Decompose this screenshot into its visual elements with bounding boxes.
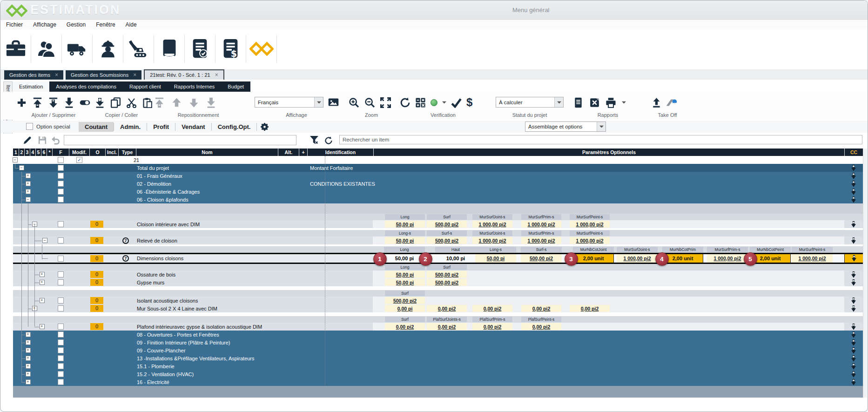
row-Cloison intérieure avec DIM[interactable]: −0Cloison intérieure avec DIM50,00 pi500… — [13, 220, 863, 229]
row-checkbox[interactable] — [58, 196, 64, 203]
param-value[interactable]: 1 000,00 pi2 — [472, 221, 512, 228]
row-checkbox[interactable] — [58, 324, 64, 330]
row-labels[interactable]: Surf — [13, 290, 863, 297]
close-tab-icon[interactable]: × — [55, 72, 58, 78]
row-08 - Ouvertures - Portes et Fenêtres[interactable]: +08 - Ouvertures - Portes et Fenêtres — [13, 331, 863, 339]
row-Gypse murs[interactable]: +0Gypse murs50,00 pi500,00 pi2 — [13, 278, 863, 287]
column-header-5[interactable]: 5 — [35, 149, 41, 156]
column-header-2[interactable]: 2 — [19, 149, 24, 156]
paste-insert-icon[interactable] — [94, 97, 105, 108]
row-checkbox[interactable] — [58, 181, 64, 187]
column-header-Type[interactable]: Type — [118, 149, 136, 156]
cc-add-button[interactable] — [844, 331, 863, 338]
column-header-3[interactable]: 3 — [24, 149, 30, 156]
row-01 - Frais Généraux[interactable]: +01 - Frais Généraux — [13, 172, 863, 180]
tab-estimation[interactable]: Estimation — [13, 81, 49, 92]
dropdown-button[interactable] — [597, 122, 606, 131]
tree-expander[interactable]: − — [13, 157, 18, 162]
menu-gestion[interactable]: Gestion — [67, 21, 86, 28]
tree-expander[interactable]: + — [26, 348, 31, 353]
param-value[interactable]: 50,00 pi — [385, 271, 425, 278]
column-header-6[interactable]: 6 — [41, 149, 47, 156]
row-checkbox[interactable] — [58, 279, 64, 285]
zoom-in-icon[interactable] — [349, 97, 359, 108]
cc-add-button[interactable] — [844, 354, 863, 362]
tree-expander[interactable]: + — [40, 272, 45, 277]
row-checkbox[interactable] — [58, 331, 64, 338]
row-checkbox[interactable] — [58, 271, 64, 277]
param-value[interactable]: 1 000,00 pi2 — [521, 221, 561, 228]
cc-add-button[interactable] — [844, 236, 863, 244]
cc-add-button[interactable] — [844, 254, 863, 263]
row-Relevé de cloison[interactable]: −07Relevé de cloison50,00 pi500,00 pi21 … — [13, 236, 863, 245]
row-06 -Ébénisterie & Cadrages[interactable]: +06 -Ébénisterie & Cadrages — [13, 188, 863, 196]
chevron-down-icon[interactable] — [442, 101, 446, 104]
row-checkbox[interactable] — [58, 256, 64, 262]
row-Isolant acoustique cloisons[interactable]: +0Isolant acoustique cloisons500,00 pi2 — [13, 297, 863, 305]
menu-affichage[interactable]: Affichage — [33, 21, 56, 28]
menu-fichier[interactable]: Fichier — [6, 21, 23, 28]
row-Dimensions cloisons[interactable]: 07Dimensions cloisons50,00 pi10,00 pi50,… — [13, 253, 863, 264]
recalculate-icon[interactable] — [400, 97, 410, 108]
project-status-select[interactable]: À calculer — [496, 97, 564, 108]
tab-coutant[interactable]: Coutant — [79, 122, 114, 132]
status-dot-icon[interactable] — [431, 99, 437, 106]
paste-icon[interactable] — [142, 97, 153, 108]
param-value[interactable]: 1 000,00 pi2 — [707, 254, 748, 263]
param-value[interactable]: 500,00 pi2 — [427, 237, 467, 244]
tab-profit[interactable]: Profit — [147, 122, 175, 132]
tree-expander[interactable]: + — [26, 181, 31, 186]
tab-rapport-client[interactable]: Rapport client — [123, 81, 168, 92]
row-checkbox[interactable] — [58, 355, 64, 361]
close-tab-icon[interactable]: × — [133, 72, 136, 78]
image-icon[interactable] — [328, 97, 339, 108]
param-value[interactable]: 2,00 unit — [573, 254, 614, 263]
refresh-icon[interactable] — [324, 136, 333, 145]
param-value[interactable]: 1 000,00 pi2 — [472, 237, 512, 244]
menu-aide[interactable]: Aide — [126, 21, 137, 28]
column-header-Modif.[interactable]: Modif. — [69, 149, 89, 156]
move-bottom-icon[interactable] — [206, 97, 216, 108]
tab-analyses-des-compilations[interactable]: Analyses des compilations — [49, 81, 123, 92]
param-value[interactable]: 0,00 pi2 — [521, 305, 561, 312]
row-15.2 - Ventilation (HVAC)[interactable]: +15.2 - Ventilation (HVAC) — [13, 370, 863, 378]
cost-dollar-icon[interactable]: $ — [466, 97, 472, 108]
param-value[interactable]: 1 000,00 pi2 — [617, 254, 658, 263]
cut-icon[interactable] — [126, 97, 137, 108]
param-value[interactable]: 0,00 pi2 — [521, 323, 561, 330]
column-header-*[interactable]: * — [47, 149, 52, 156]
toggle-option-icon[interactable] — [80, 97, 90, 108]
param-value[interactable]: 500,00 pi2 — [427, 271, 467, 278]
zoom-out-icon[interactable] — [364, 97, 375, 108]
undo-icon[interactable] — [51, 135, 60, 145]
move-top-icon[interactable] — [154, 97, 165, 108]
insert-parent-icon[interactable] — [32, 97, 43, 108]
row-checkbox[interactable] — [58, 237, 64, 243]
menu-fenetre[interactable]: Fenêtre — [96, 21, 115, 28]
row-21[interactable]: −✓21 — [13, 156, 863, 164]
param-value[interactable]: 50,00 pi — [385, 279, 425, 286]
param-value[interactable]: 0,00 pi2 — [427, 305, 467, 312]
column-header-4[interactable]: 4 — [30, 149, 35, 156]
row-15.1 - Plomberie[interactable]: +15.1 - Plomberie — [13, 362, 863, 371]
equipment-button[interactable] — [123, 38, 154, 60]
param-value[interactable]: 500,00 pi2 — [521, 254, 562, 263]
cc-add-button[interactable] — [844, 362, 863, 370]
gear-icon[interactable] — [261, 123, 269, 131]
cc-add-button[interactable] — [844, 164, 863, 172]
row-checkbox[interactable] — [58, 221, 64, 227]
cc-add-button[interactable] — [844, 370, 863, 378]
tab-budget[interactable]: Budget — [221, 81, 250, 92]
cc-add-button[interactable] — [844, 180, 863, 188]
column-header-O[interactable]: O — [89, 149, 105, 156]
row-checkbox[interactable] — [58, 347, 64, 353]
tree-expander[interactable]: + — [26, 332, 31, 337]
param-value[interactable]: 1 000,00 pi2 — [570, 237, 610, 244]
tree-expander[interactable]: + — [26, 340, 31, 345]
param-value[interactable]: 500,00 pi2 — [427, 279, 467, 286]
cc-add-button[interactable] — [844, 297, 863, 304]
row-checkbox[interactable] — [58, 173, 64, 179]
param-value[interactable]: 0,00 pi2 — [385, 323, 425, 330]
row-16 - Électricité[interactable]: +16 - Électricité — [13, 378, 863, 386]
report-document-icon[interactable] — [573, 97, 584, 108]
